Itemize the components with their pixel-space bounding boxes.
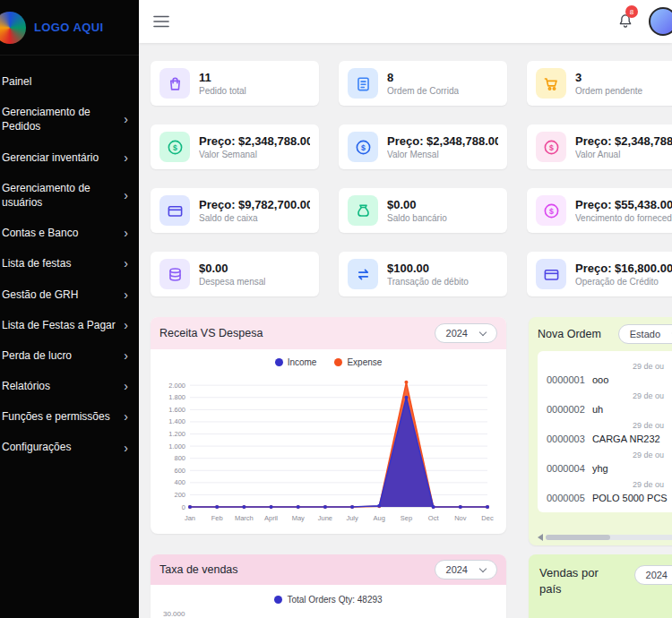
svg-text:200: 200 (174, 491, 185, 499)
dollar-icon: $ (348, 132, 378, 162)
orders-panel-header: Nova Ordem Estado (538, 324, 672, 344)
sidebar-item-lista-de-festas[interactable]: Lista de festas › (0, 248, 139, 279)
dollar-icon: $ (159, 132, 190, 162)
sidebar-item-label: Gestão de GRH (2, 288, 78, 302)
cart-icon (536, 68, 566, 99)
country-year-select[interactable]: 2024 (634, 565, 672, 585)
orders-horizontal-scrollbar[interactable] (538, 534, 672, 541)
stat-card: $0.00 Saldo bancário (339, 188, 507, 233)
sidebar-item-perda-de-lucro[interactable]: Perda de lucro › (0, 340, 139, 371)
svg-text:May: May (292, 514, 305, 522)
dollar-icon: $ (536, 132, 566, 162)
order-list-item[interactable]: 29 de ou 0000004 yhg (547, 449, 672, 478)
card-icon (159, 195, 190, 226)
sales-rate-panel: Taxa de vendas 2024 Total Orders Qty: 48… (151, 554, 506, 618)
user-avatar[interactable] (649, 7, 672, 36)
svg-text:400: 400 (174, 478, 185, 486)
order-list-item[interactable]: 29 de ou 0000003 CARGA NR232 (547, 419, 672, 449)
dashboard-content: 11 Pedido total 8 Ordem de Corrida 3 Ord… (139, 43, 672, 618)
orders-list: 29 de ou 0000001 ooo 29 de ou 0000002 uh… (538, 351, 672, 512)
legend-item: Income (275, 357, 317, 367)
order-list-item[interactable]: 29 de ou 0000001 ooo (547, 360, 672, 390)
stat-card: 8 Ordem de Corrida (339, 61, 507, 106)
order-id: 0000003 (547, 433, 585, 444)
stat-texts: Preço: $9,782,700.00 Saldo de caixa (199, 198, 310, 223)
sidebar-item-contas-e-banco[interactable]: Contas e Banco › (0, 218, 139, 248)
stat-texts: $100.00 Transação de débito (387, 262, 469, 287)
stat-card: 3 Ordem pendente (527, 61, 672, 106)
stat-texts: $0.00 Saldo bancário (387, 198, 447, 223)
revenue-panel-title: Receita VS Despesa (159, 327, 263, 339)
sidebar-item-configuracoes[interactable]: Configurações › (0, 432, 139, 462)
order-list-item[interactable]: 29 de ou 0000005 POLO 5000 PCS (547, 478, 672, 508)
svg-text:1.400: 1.400 (168, 417, 185, 425)
order-id: 0000005 (547, 493, 585, 503)
dollar-icon: $ (536, 195, 566, 226)
stat-card: $0.00 Despesa mensal (151, 252, 319, 296)
sidebar-item-funcoes-e-permissoes[interactable]: Funções e permissões › (0, 401, 139, 432)
sidebar-item-gerenciamento-de-usuarios[interactable]: Gerenciamento de usuários › (0, 173, 139, 218)
chevron-down-icon (479, 328, 487, 335)
chevron-right-icon: › (124, 410, 128, 423)
order-date: 29 de ou (633, 451, 664, 459)
stat-label: Valor Mensal (387, 150, 498, 159)
chevron-right-icon: › (124, 257, 128, 270)
hamburger-menu-icon[interactable] (153, 15, 169, 28)
chevron-right-icon: › (124, 288, 128, 301)
revenue-year-select[interactable]: 2024 (435, 323, 497, 343)
legend-item: Total Orders Qty: 48293 (274, 595, 382, 605)
stat-texts: Preço: $55,438.00 Vencimento do forneced… (575, 198, 672, 223)
sidebar-item-label: Gerenciamento de usuários (2, 181, 116, 210)
revenue-expense-panel: Receita VS Despesa 2024 Income Expense 0… (151, 317, 506, 534)
stat-label: Valor Anual (575, 150, 672, 159)
order-status-select[interactable]: Estado (618, 324, 672, 344)
sidebar-nav: Painel › Gerenciamento de Pedidos › Gere… (0, 56, 139, 463)
stat-value: 8 (387, 71, 459, 84)
legend-item: Expense (334, 357, 382, 367)
legend-dot (275, 358, 283, 366)
sidebar-item-label: Gerenciar inventário (2, 150, 99, 165)
sidebar-item-relatorios[interactable]: Relatórios › (0, 371, 139, 401)
sales-year-select[interactable]: 2024 (435, 560, 497, 579)
sidebar-item-label: Painel (2, 74, 31, 89)
svg-text:April: April (264, 514, 278, 522)
revenue-panel-header: Receita VS Despesa 2024 (151, 317, 506, 349)
notification-badge: 8 (625, 5, 638, 18)
sidebar-item-gerenciamento-de-pedidos[interactable]: Gerenciamento de Pedidos › (0, 97, 139, 142)
stat-card: $ Preço: $55,438.00 Vencimento do fornec… (527, 188, 672, 233)
sales-panel-header: Taxa de vendas 2024 (151, 554, 506, 585)
revenue-chart-legend: Income Expense (158, 357, 499, 367)
order-name: yhg (592, 463, 608, 474)
chevron-right-icon: › (124, 319, 128, 331)
stat-label: Ordem de Corrida (387, 86, 459, 96)
order-date: 29 de ou (633, 480, 664, 489)
scrollbar-track[interactable] (546, 535, 672, 540)
notifications-button[interactable]: 8 (616, 12, 634, 31)
logo-area: LOGO AQUI (0, 0, 139, 56)
sidebar-item-lista-de-festas-a-pagar[interactable]: Lista de Festas a Pagar › (0, 310, 139, 340)
svg-text:Sep: Sep (401, 514, 412, 522)
svg-text:$: $ (173, 142, 177, 151)
stat-card: Preço: $16,800.00 Operação de Crédito (527, 252, 672, 296)
legend-label: Expense (347, 357, 382, 367)
order-list-item[interactable]: 29 de ou 0000002 uh (547, 390, 672, 419)
chevron-right-icon: › (124, 349, 128, 362)
sidebar-item-gestao-de-grh[interactable]: Gestão de GRH › (0, 279, 139, 310)
sidebar-item-painel[interactable]: Painel › (0, 66, 139, 97)
sales-panel-title: Taxa de vendas (159, 563, 238, 576)
legend-label: Income (288, 357, 317, 367)
topbar: 8 (139, 0, 672, 43)
svg-text:$: $ (361, 142, 366, 151)
svg-text:1.000: 1.000 (168, 442, 185, 451)
order-main: 0000003 CARGA NR232 (547, 433, 660, 444)
stat-label: Pedido total (199, 86, 246, 96)
svg-text:600: 600 (174, 467, 185, 475)
scrollbar-thumb[interactable] (546, 535, 610, 540)
orders-panel-title: Nova Ordem (538, 328, 601, 340)
bottom-row: Taxa de vendas 2024 Total Orders Qty: 48… (151, 554, 672, 618)
chevron-right-icon: › (124, 227, 128, 239)
stat-value: Preço: $55,438.00 (575, 198, 672, 211)
svg-text:1.800: 1.800 (168, 393, 185, 401)
scroll-left-arrow-icon[interactable] (538, 534, 543, 541)
sidebar-item-gerenciar-inventario[interactable]: Gerenciar inventário › (0, 142, 139, 173)
